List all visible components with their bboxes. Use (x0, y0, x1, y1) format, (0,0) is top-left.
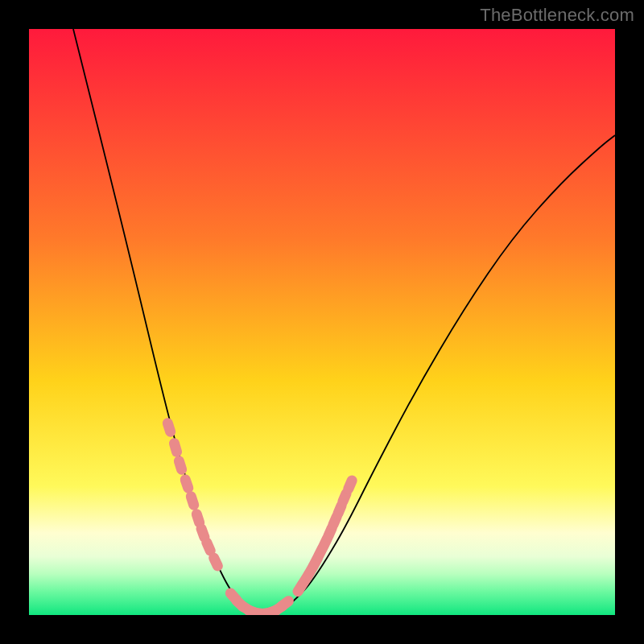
markers-trough (223, 586, 295, 615)
markers-right-branch (291, 473, 359, 598)
svg-rect-1 (167, 437, 183, 459)
chart-frame: TheBottleneck.com (0, 0, 644, 644)
plot-area (29, 29, 615, 615)
svg-rect-4 (184, 490, 200, 512)
svg-rect-2 (172, 455, 188, 477)
watermark-text: TheBottleneck.com (480, 5, 634, 26)
bottleneck-curve (73, 29, 615, 613)
chart-svg (29, 29, 615, 615)
svg-rect-3 (179, 473, 195, 495)
svg-rect-0 (161, 417, 177, 439)
markers-left-branch (161, 417, 225, 573)
